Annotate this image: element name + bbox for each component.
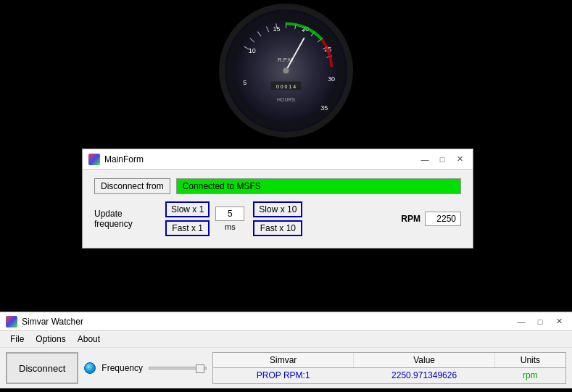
svg-text:35: 35 bbox=[320, 104, 328, 112]
svg-text:30: 30 bbox=[328, 75, 335, 83]
slow-x10-button[interactable]: Slow x 10 bbox=[253, 201, 302, 217]
fast-x1-button[interactable]: Fast x 1 bbox=[165, 220, 210, 236]
simvar-content: Disconnect Frequency Simvar Value Units … bbox=[0, 348, 572, 388]
fast-x10-button[interactable]: Fast x 10 bbox=[253, 220, 302, 236]
titlebar-controls: — □ ✕ bbox=[418, 154, 467, 165]
menu-options[interactable]: Options bbox=[31, 333, 70, 346]
simvar-watcher-title: Simvar Watcher bbox=[22, 317, 83, 327]
td-value-1: 2250.971349626 bbox=[354, 368, 494, 383]
rpm-value: 2250 bbox=[425, 212, 461, 226]
td-simvar-1: PROP RPM:1 bbox=[213, 368, 354, 383]
menu-about[interactable]: About bbox=[73, 333, 104, 346]
frequency-section: Frequency bbox=[84, 352, 207, 384]
svg-text:0 0 0 1 4: 0 0 0 1 4 bbox=[276, 84, 296, 89]
th-simvar: Simvar bbox=[213, 353, 354, 367]
disconnect-from-button[interactable]: Disconnect from bbox=[94, 178, 170, 194]
frequency-label: Frequency bbox=[101, 363, 143, 373]
main-form-titlebar: MainForm — □ ✕ bbox=[83, 149, 473, 170]
slow-fast-group-2: Slow x 10 Fast x 10 bbox=[253, 201, 302, 236]
frequency-slider-container bbox=[149, 367, 207, 370]
td-units-1: rpm bbox=[495, 368, 565, 383]
svg-point-26 bbox=[283, 68, 289, 74]
update-frequency-label: Update frequency bbox=[94, 209, 159, 229]
frequency-indicator bbox=[84, 362, 96, 374]
gauge-container: 5 10 15 20 25 30 35 bbox=[219, 4, 353, 138]
simvar-titlebar-left: Simvar Watcher bbox=[6, 316, 83, 328]
svg-text:5: 5 bbox=[243, 79, 246, 86]
simvar-titlebar-right: — □ ✕ bbox=[514, 316, 566, 328]
main-form-title: MainForm bbox=[104, 154, 144, 164]
simvar-minimize-button[interactable]: — bbox=[514, 316, 529, 328]
main-form-body: Disconnect from Connected to MSFS Update… bbox=[83, 170, 473, 248]
app-icon bbox=[88, 154, 100, 165]
frequency-slider[interactable] bbox=[149, 367, 207, 370]
ms-container: ms bbox=[215, 207, 244, 231]
top-area: 5 10 15 20 25 30 35 bbox=[0, 0, 572, 141]
menu-file[interactable]: File bbox=[6, 333, 28, 346]
rpm-container: RPM 2250 bbox=[401, 212, 461, 226]
disconnect-button[interactable]: Disconnect bbox=[6, 352, 78, 384]
ms-input[interactable] bbox=[215, 207, 244, 221]
gauge-svg: 5 10 15 20 25 30 35 bbox=[225, 9, 347, 132]
simvar-menu-bar: File Options About bbox=[0, 331, 572, 348]
connect-row: Disconnect from Connected to MSFS bbox=[94, 178, 461, 194]
simvar-maximize-button[interactable]: □ bbox=[533, 316, 547, 328]
rpm-label: RPM bbox=[401, 214, 420, 224]
frequency-slider-thumb[interactable] bbox=[196, 364, 204, 373]
main-form-window: MainForm — □ ✕ Disconnect from Connected… bbox=[82, 149, 473, 249]
th-value: Value bbox=[354, 353, 494, 367]
maximize-button[interactable]: □ bbox=[435, 154, 449, 165]
table-header: Simvar Value Units bbox=[213, 353, 565, 368]
slow-fast-group-1: Slow x 1 Fast x 1 bbox=[165, 201, 210, 236]
slow-x1-button[interactable]: Slow x 1 bbox=[165, 201, 210, 217]
th-units: Units bbox=[495, 353, 565, 367]
frequency-row: Update frequency Slow x 1 Fast x 1 ms Sl… bbox=[94, 201, 461, 236]
simvar-watcher-panel: Simvar Watcher — □ ✕ File Options About … bbox=[0, 312, 572, 388]
titlebar-left: MainForm bbox=[88, 154, 144, 165]
simvar-close-button[interactable]: ✕ bbox=[552, 316, 566, 328]
svg-text:HOURS: HOURS bbox=[277, 97, 295, 102]
table-row: PROP RPM:1 2250.971349626 rpm bbox=[213, 368, 565, 383]
svg-text:10: 10 bbox=[249, 47, 256, 54]
simvar-table: Simvar Value Units PROP RPM:1 2250.97134… bbox=[212, 352, 566, 384]
minimize-button[interactable]: — bbox=[418, 154, 432, 165]
simvar-app-icon bbox=[6, 316, 17, 328]
ms-label: ms bbox=[225, 222, 236, 231]
simvar-watcher-titlebar: Simvar Watcher — □ ✕ bbox=[0, 312, 572, 331]
connection-status: Connected to MSFS bbox=[176, 178, 461, 194]
close-button[interactable]: ✕ bbox=[452, 154, 467, 165]
